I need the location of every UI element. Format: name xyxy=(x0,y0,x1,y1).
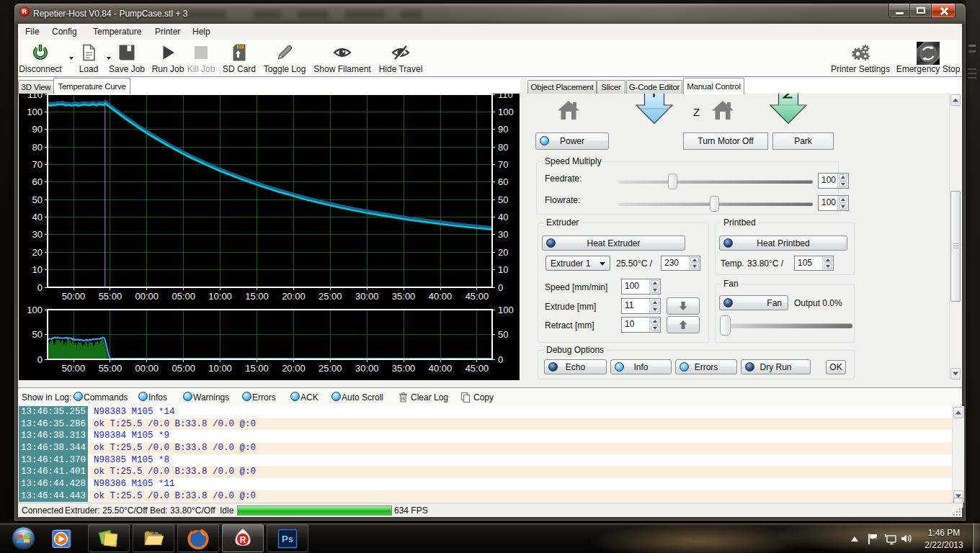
right-tab-object-placement[interactable]: Object Placement xyxy=(527,80,597,94)
menu-printer[interactable]: Printer xyxy=(151,24,184,40)
right-tab-g-code-editor[interactable]: G-Code Editor xyxy=(626,80,682,94)
maximize-button[interactable] xyxy=(909,4,932,18)
log-toggle-errors-label[interactable]: Errors xyxy=(252,392,276,403)
tray-up-arrow-icon[interactable] xyxy=(850,536,859,542)
log-toggle-auto-scroll-label[interactable]: Auto Scroll xyxy=(342,392,383,403)
close-button[interactable] xyxy=(931,4,956,18)
menu-config[interactable]: Config xyxy=(48,24,81,40)
clear-log-label[interactable]: Clear Log xyxy=(411,392,448,403)
dropdown-caret-icon[interactable] xyxy=(69,57,74,60)
taskbar-item-photoshop[interactable]: Ps xyxy=(267,524,308,552)
menu-file[interactable]: File xyxy=(21,24,43,40)
log-row[interactable]: 13:46:44.443ok T:25.5 /0.0 B:33.8 /0.0 @… xyxy=(18,490,952,503)
show-desktop-button[interactable] xyxy=(973,523,980,553)
tray-clock-date[interactable]: 2/22/2013 xyxy=(922,540,966,550)
extruder-select[interactable]: Extruder 1 xyxy=(545,256,610,271)
horizontal-splitter[interactable] xyxy=(18,380,962,387)
feedrate-slider-track[interactable] xyxy=(618,180,813,184)
log-toggle-warnings-label[interactable]: Warnings xyxy=(193,392,229,403)
titlebar[interactable]: R Repetier-Host V0.84 - PumpCase.stl + 3 xyxy=(14,4,966,24)
feedrate-down-icon[interactable] xyxy=(839,181,847,188)
scrollbar-thumb[interactable] xyxy=(950,191,961,302)
log-toggle-commands-led-icon[interactable] xyxy=(74,392,83,401)
retract-up-icon[interactable] xyxy=(651,318,659,325)
flowrate-down-icon[interactable] xyxy=(839,204,847,210)
vertical-splitter[interactable] xyxy=(520,78,527,380)
extruder-target-value[interactable]: 230 xyxy=(662,256,689,270)
log-toggle-infos-label[interactable]: Infos xyxy=(148,392,167,403)
turn-motor-off-button[interactable]: Turn Motor Off xyxy=(683,132,768,150)
log-toggle-errors-led-icon[interactable] xyxy=(242,392,251,401)
scroll-up-icon[interactable] xyxy=(950,94,961,106)
debug-dry-run-button[interactable]: Dry Run xyxy=(741,359,811,374)
action-center-flag-icon[interactable] xyxy=(867,533,878,545)
taskbar-item-firefox[interactable] xyxy=(177,524,219,552)
clear-log-trash-icon[interactable] xyxy=(398,392,408,403)
flowrate-slider-thumb[interactable] xyxy=(710,196,719,212)
feedrate-value[interactable]: 100 xyxy=(819,174,837,188)
log-scrollbar[interactable] xyxy=(952,406,964,503)
jog-controls[interactable]: Z xyxy=(527,94,949,130)
log-row[interactable]: 13:46:35.286ok T:25.5 /0.0 B:33.8 /0.0 @… xyxy=(18,418,952,431)
printbed-target-spinbox[interactable]: 105 xyxy=(794,256,834,271)
park-button[interactable]: Park xyxy=(772,132,834,150)
feedrate-spinbox[interactable]: 100 xyxy=(818,173,849,189)
ok-button[interactable]: OK xyxy=(826,360,846,374)
extruder-speed-down-icon[interactable] xyxy=(651,287,659,294)
jog-arrow-down-icon[interactable] xyxy=(770,94,807,124)
heat-printbed-button[interactable]: Heat Printbed xyxy=(719,235,847,251)
taskbar-item-sticky-notes[interactable] xyxy=(88,524,130,552)
extruder-speed-up-icon[interactable] xyxy=(651,280,659,287)
manual-control-scrollbar[interactable] xyxy=(949,94,961,380)
jog-arrow-down-icon[interactable] xyxy=(636,94,672,124)
taskbar-item-media[interactable] xyxy=(50,529,73,549)
right-tab-slicer[interactable]: Slicer xyxy=(597,80,625,94)
menu-temperature[interactable]: Temperature xyxy=(89,24,146,40)
minimize-button[interactable] xyxy=(888,4,910,18)
log-toggle-ack-label[interactable]: ACK xyxy=(300,392,318,403)
extruder-speed-spinbox[interactable]: 100 xyxy=(621,279,661,295)
flowrate-value[interactable]: 100 xyxy=(819,196,837,210)
extruder-target-down-icon[interactable] xyxy=(690,264,699,269)
log-list[interactable]: 13:46:35.255N98383 M105 *1413:46:35.286o… xyxy=(18,406,952,503)
taskbar-item-repetier[interactable]: R xyxy=(222,524,264,552)
extrude-spinbox[interactable]: 11 xyxy=(621,298,661,314)
resize-grip[interactable] xyxy=(951,506,961,516)
extrude-button[interactable] xyxy=(667,297,700,315)
scroll-down-icon[interactable] xyxy=(950,368,961,379)
copy-icon[interactable] xyxy=(460,392,471,403)
extrude-up-icon[interactable] xyxy=(651,300,659,306)
left-tab-3d-view[interactable]: 3D View xyxy=(18,80,54,94)
feedrate-slider-thumb[interactable] xyxy=(668,174,677,189)
log-scroll-up-icon[interactable] xyxy=(953,407,963,418)
log-toggle-warnings-led-icon[interactable] xyxy=(183,392,192,401)
tray-clock-time[interactable]: 1:46 PM xyxy=(925,528,963,538)
feedrate-up-icon[interactable] xyxy=(839,174,847,181)
retract-button[interactable] xyxy=(667,316,700,333)
start-button[interactable] xyxy=(12,526,35,550)
home-icon[interactable] xyxy=(558,101,579,120)
log-row[interactable]: 13:46:41.401ok T:25.5 /0.0 B:33.8 /0.0 @… xyxy=(18,466,952,478)
log-toggle-commands-label[interactable]: Commands xyxy=(84,392,128,403)
extruder-target-up-icon[interactable] xyxy=(690,257,699,263)
power-button[interactable]: Power xyxy=(535,132,609,150)
taskbar-item-explorer[interactable] xyxy=(133,524,174,552)
printbed-target-value[interactable]: 105 xyxy=(795,256,822,270)
left-tab-temperature-curve[interactable]: Temperature Curve xyxy=(53,78,130,94)
network-icon[interactable] xyxy=(884,533,896,545)
printbed-target-up-icon[interactable] xyxy=(824,257,832,263)
log-toggle-ack-led-icon[interactable] xyxy=(290,392,300,401)
debug-echo-button[interactable]: Echo xyxy=(544,359,607,374)
fan-slider-thumb[interactable] xyxy=(720,315,731,336)
extrude-value[interactable]: 11 xyxy=(622,299,649,313)
fan-button[interactable]: Fan xyxy=(719,295,788,310)
printbed-target-down-icon[interactable] xyxy=(824,264,832,269)
log-row[interactable]: 13:46:41.370N98385 M105 *8 xyxy=(18,454,952,467)
log-row[interactable]: 13:46:44.428N98386 M105 *11 xyxy=(18,478,952,490)
right-tab-manual-control[interactable]: Manual Control xyxy=(683,78,744,94)
retract-value[interactable]: 10 xyxy=(622,318,649,332)
log-row[interactable]: 13:46:35.255N98383 M105 *14 xyxy=(18,406,952,418)
retract-spinbox[interactable]: 10 xyxy=(621,317,661,333)
debug-errors-button[interactable]: Errors xyxy=(675,359,737,374)
flowrate-up-icon[interactable] xyxy=(839,197,847,203)
